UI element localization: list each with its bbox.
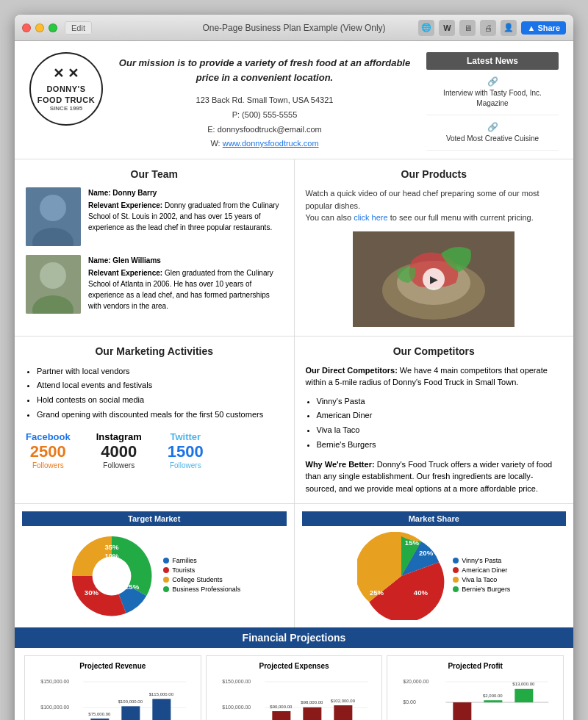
address: 123 Back Rd. Small Town, USA 54321 xyxy=(118,93,412,108)
edit-button[interactable]: Edit xyxy=(65,21,92,35)
company-logo: ✕ ✕ DONNY'SFOOD TRUCK SINCE 1995 xyxy=(29,52,103,126)
activity-4: Grand opening with discounted meals for … xyxy=(37,408,283,422)
link-icon-1: 🔗 xyxy=(430,76,555,88)
twitter-stats: Twitter 1500 Followers xyxy=(168,431,204,469)
titlebar: Edit One-Page Business Plan Example (Vie… xyxy=(15,15,573,41)
logo-since: SINCE 1995 xyxy=(50,105,82,112)
person-icon[interactable]: 👤 xyxy=(501,20,517,36)
legend-dot-bernie xyxy=(453,586,459,592)
svg-text:$102,000.00: $102,000.00 xyxy=(330,699,355,703)
svg-text:35%: 35% xyxy=(105,543,120,551)
target-market-pie: 10% 25% 30% 35% xyxy=(68,532,156,620)
target-market-chart: Target Market 10% 25% xyxy=(15,504,295,627)
svg-text:$100,000.00: $100,000.00 xyxy=(222,705,251,710)
target-market-pie-area: 10% 25% 30% 35% Families Tourists xyxy=(22,532,287,620)
website-link[interactable]: www.donnysfoodtruck.com xyxy=(223,139,319,148)
video-thumbnail[interactable]: ▶ xyxy=(353,231,514,327)
logo-name: DONNY'SFOOD TRUCK xyxy=(37,84,95,105)
svg-text:15%: 15% xyxy=(405,539,420,547)
svg-rect-63 xyxy=(484,701,503,703)
member-info-2: Name: Glen Williams Relevant Experience:… xyxy=(88,255,283,314)
window-title: One-Page Business Plan Example (View Onl… xyxy=(202,23,385,33)
member-photo-2 xyxy=(26,255,81,314)
svg-text:$90,000.00: $90,000.00 xyxy=(270,705,293,709)
svg-text:$100,000.00: $100,000.00 xyxy=(40,705,69,710)
w-icon[interactable]: W xyxy=(439,20,455,36)
competitors-intro: Our Direct Competitors: We have 4 main c… xyxy=(306,364,563,389)
member-name-1: Name: Donny Barry xyxy=(88,187,283,198)
legend-label-vinnys: Vinny's Pasta xyxy=(462,557,501,564)
globe-icon[interactable]: 🌐 xyxy=(418,20,434,36)
minimize-button[interactable] xyxy=(35,24,44,32)
menu-link[interactable]: click here xyxy=(354,213,387,222)
legend-dot-viva xyxy=(453,577,459,583)
svg-text:25%: 25% xyxy=(370,589,384,597)
revenue-chart: Projected Revenue $150,000.00 $100,000.0… xyxy=(24,655,201,720)
svg-rect-60 xyxy=(453,702,472,720)
facebook-label: Facebook xyxy=(26,431,71,442)
news-header: Latest News xyxy=(426,52,559,70)
website: W: www.donnysfoodtruck.com xyxy=(118,137,412,151)
marketing-competitors-row: Our Marketing Activities Partner with lo… xyxy=(15,336,573,504)
marketing-activities-list: Partner with local vendors Attend local … xyxy=(26,364,283,422)
team-member-1: Name: Donny Barry Relevant Experience: D… xyxy=(26,187,283,246)
svg-text:$0.00: $0.00 xyxy=(404,699,417,705)
profit-bar-chart: $20,000.00 $0.00 -$10,000.00 -$20,000.00… xyxy=(393,676,557,720)
target-market-header: Target Market xyxy=(22,511,287,526)
why-better-text: Why We're Better: Donny's Food Truck off… xyxy=(306,458,563,495)
legend-label-families: Families xyxy=(172,557,197,564)
legend-viva: Viva la Taco xyxy=(453,576,510,583)
member-exp-1: Relevant Experience: Donny graduated fro… xyxy=(88,200,283,233)
legend-dot-bizprof xyxy=(163,586,169,592)
share-button[interactable]: ▲ Share xyxy=(521,21,566,35)
svg-rect-29 xyxy=(121,707,140,720)
mission-statement: Our mission is to provide a variety of f… xyxy=(118,56,412,84)
member-photo-svg-2 xyxy=(26,255,81,314)
twitter-count: 1500 xyxy=(168,442,204,461)
svg-text:25%: 25% xyxy=(125,583,140,591)
legend-dot-tourists xyxy=(163,567,169,573)
news-item-1: 🔗 Interview with Tasty Food, Inc. Magazi… xyxy=(426,70,559,115)
expenses-title: Projected Expenses xyxy=(212,662,376,670)
competitors-intro-label: Our Direct Competitors: xyxy=(306,366,398,375)
facebook-count: 2500 xyxy=(26,442,71,461)
market-share-legend: Vinny's Pasta American Diner Viva la Tac… xyxy=(453,557,510,595)
play-button[interactable]: ▶ xyxy=(423,268,445,290)
exp-label-2: Relevant Experience: xyxy=(88,269,162,277)
phone: P: (500) 555-5555 xyxy=(118,108,412,123)
financial-charts-area: Projected Revenue $150,000.00 $100,000.0… xyxy=(15,648,573,720)
header-center: Our mission is to provide a variety of f… xyxy=(118,52,412,151)
instagram-count: 4000 xyxy=(96,442,142,461)
news-item-2: 🔗 Voted Most Creative Cuisine xyxy=(426,115,559,151)
competitors-list: Vinny's Pasta American Diner Viva la Tac… xyxy=(306,395,563,453)
team-products-row: Our Team Name: Donny Barry Relevant Expe… xyxy=(15,159,573,336)
member-photo-1 xyxy=(26,187,81,246)
print-icon[interactable]: 🖨 xyxy=(480,20,496,36)
contact-info: 123 Back Rd. Small Town, USA 54321 P: (5… xyxy=(118,93,412,151)
svg-text:$115,000.00: $115,000.00 xyxy=(149,692,174,696)
news-text-1: Interview with Tasty Food, Inc. Magazine xyxy=(430,88,555,109)
legend-label-tourists: Tourists xyxy=(172,566,195,574)
svg-point-1 xyxy=(40,195,66,221)
member-photo-svg-1 xyxy=(26,187,81,246)
maximize-button[interactable] xyxy=(49,24,57,32)
products-section: Our Products Watch a quick video of our … xyxy=(295,159,574,336)
legend-label-viva: Viva la Taco xyxy=(462,576,497,583)
app-window: Edit One-Page Business Plan Example (Vie… xyxy=(15,15,573,720)
close-button[interactable] xyxy=(22,24,31,32)
svg-rect-32 xyxy=(152,699,171,720)
twitter-followers-label: Followers xyxy=(168,461,204,469)
latest-news-section: Latest News 🔗 Interview with Tasty Food,… xyxy=(426,52,559,151)
svg-text:$100,000.00: $100,000.00 xyxy=(118,699,143,704)
competitor-1: Vinny's Pasta xyxy=(317,395,563,409)
svg-text:30%: 30% xyxy=(85,589,99,597)
instagram-followers-label: Followers xyxy=(96,461,142,469)
revenue-title: Projected Revenue xyxy=(31,662,195,670)
legend-families: Families xyxy=(163,557,240,564)
products-title: Our Products xyxy=(306,168,563,180)
team-section: Our Team Name: Donny Barry Relevant Expe… xyxy=(15,159,295,336)
svg-text:$13,000.00: $13,000.00 xyxy=(513,682,536,686)
svg-rect-49 xyxy=(334,705,352,720)
monitor-icon[interactable]: 🖥 xyxy=(459,20,476,36)
competitor-2: American Diner xyxy=(317,408,563,423)
